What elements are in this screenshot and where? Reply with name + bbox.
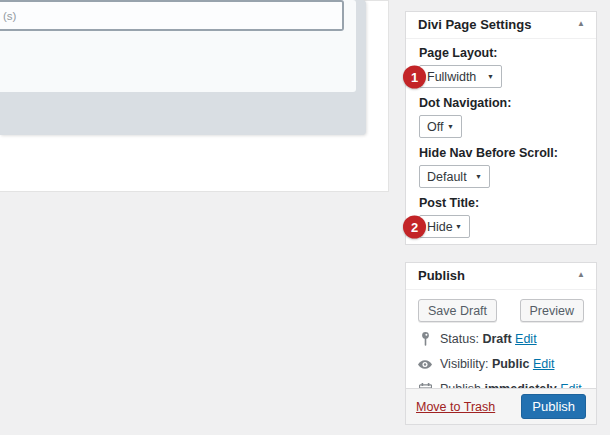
hide-nav-before-scroll-select[interactable]: Default ▼ bbox=[419, 165, 490, 188]
select-value: Off bbox=[427, 120, 443, 134]
status-value: Draft bbox=[482, 332, 511, 346]
select-value: Default bbox=[427, 170, 467, 184]
collapse-panel-icon[interactable]: ▲ bbox=[577, 19, 585, 28]
annotation-marker-1: 1 bbox=[403, 65, 426, 88]
eye-icon bbox=[418, 360, 432, 369]
post-title-label: Post Title: bbox=[419, 196, 583, 211]
publish-buttons-row: Save Draft Preview bbox=[418, 299, 584, 322]
chevron-down-icon: ▼ bbox=[475, 173, 482, 180]
select-value: Hide bbox=[427, 220, 453, 234]
page-layout-label: Page Layout: bbox=[419, 46, 583, 61]
field-dot-navigation: Dot Navigation: Off ▼ bbox=[419, 96, 583, 138]
chevron-down-icon: ▼ bbox=[487, 73, 494, 80]
edit-status-link[interactable]: Edit bbox=[515, 332, 537, 346]
page-layout-select[interactable]: 1 Fullwidth ▼ bbox=[419, 65, 502, 88]
annotation-marker-2: 2 bbox=[403, 215, 426, 238]
panel-title: Publish bbox=[418, 268, 465, 283]
dot-navigation-label: Dot Navigation: bbox=[419, 96, 583, 111]
move-to-trash-link[interactable]: Move to Trash bbox=[416, 400, 495, 414]
field-post-title: Post Title: 2 Hide ▼ bbox=[419, 196, 583, 238]
publish-panel-body: Save Draft Preview Status: Draft Edit bbox=[406, 290, 596, 396]
settings-panel-body: Page Layout: 1 Fullwidth ▼ Dot Navigatio… bbox=[406, 39, 596, 238]
dot-navigation-select[interactable]: Off ▼ bbox=[419, 115, 462, 138]
visibility-row: Visibility: Public Edit bbox=[418, 357, 584, 371]
edit-visibility-link[interactable]: Edit bbox=[533, 357, 555, 371]
visibility-label: Visibility: bbox=[440, 357, 488, 371]
field-hide-nav-before-scroll: Hide Nav Before Scroll: Default ▼ bbox=[419, 146, 583, 188]
divi-page-settings-header[interactable]: Divi Page Settings ▲ bbox=[406, 12, 596, 39]
chevron-down-icon: ▼ bbox=[455, 223, 462, 230]
module-setting-input[interactable] bbox=[0, 0, 344, 31]
wordpress-editor-screen: ↑↓ ↺ ↻ bbox=[0, 0, 610, 435]
hide-nav-before-scroll-label: Hide Nav Before Scroll: bbox=[419, 146, 583, 161]
chevron-down-icon: ▼ bbox=[447, 123, 454, 130]
publish-panel-header[interactable]: Publish ▲ bbox=[406, 263, 596, 290]
collapse-panel-icon[interactable]: ▲ bbox=[577, 270, 585, 279]
status-text: Status: Draft Edit bbox=[440, 332, 537, 346]
status-row: Status: Draft Edit bbox=[418, 332, 584, 346]
post-title-select[interactable]: 2 Hide ▼ bbox=[419, 215, 470, 238]
publish-button[interactable]: Publish bbox=[521, 394, 586, 419]
field-page-layout: Page Layout: 1 Fullwidth ▼ bbox=[419, 46, 583, 88]
pin-icon bbox=[418, 332, 432, 346]
visibility-text: Visibility: Public Edit bbox=[440, 357, 554, 371]
divi-page-settings-panel: Divi Page Settings ▲ Page Layout: 1 Full… bbox=[405, 11, 597, 245]
save-draft-button[interactable]: Save Draft bbox=[418, 299, 497, 322]
status-label: Status: bbox=[440, 332, 479, 346]
preview-button[interactable]: Preview bbox=[520, 299, 584, 322]
major-publishing-actions: Move to Trash Publish bbox=[406, 388, 596, 424]
visibility-value: Public bbox=[492, 357, 530, 371]
select-value: Fullwidth bbox=[427, 70, 476, 84]
publish-panel: Publish ▲ Save Draft Preview Status: Dra… bbox=[405, 262, 597, 425]
panel-title: Divi Page Settings bbox=[418, 17, 531, 32]
